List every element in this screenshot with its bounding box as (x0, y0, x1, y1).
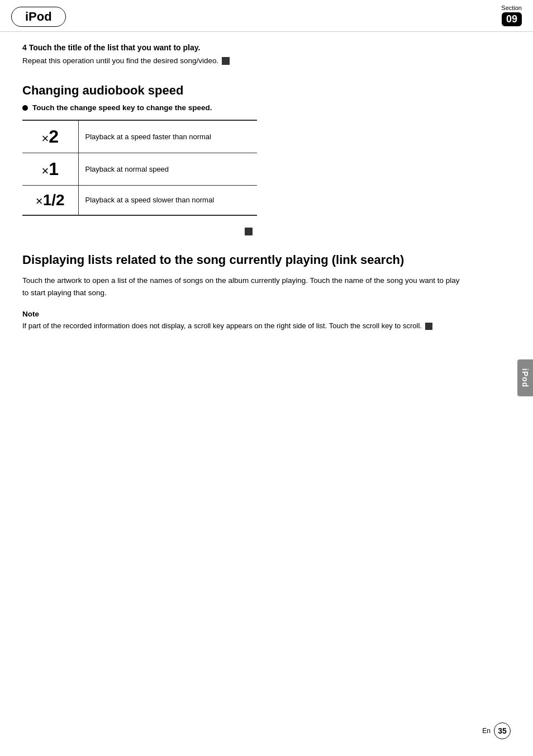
bullet-icon (22, 105, 28, 111)
table-stop-icon (245, 228, 253, 235)
page-number: 35 (494, 722, 511, 739)
speed-icon-1x: ×1 (22, 153, 78, 186)
displaying-section-heading: Displaying lists related to the song cur… (22, 252, 464, 268)
speed-row-1x: ×1 Playback at normal speed (22, 153, 257, 186)
step4-heading: 4 Touch the title of the list that you w… (22, 43, 464, 52)
section-number: 09 (502, 12, 522, 26)
main-content: 4 Touch the title of the list that you w… (0, 32, 486, 343)
step4-body: Repeat this operation until you find the… (22, 55, 464, 67)
table-footer-icon-row (22, 226, 257, 235)
audiobook-instruction: Touch the change speed key to change the… (22, 103, 464, 112)
speed-icon-half: ×1/2 (22, 186, 78, 216)
speed-icon-2x: ×2 (22, 120, 78, 153)
speed-desc-2x: Playback at a speed faster than normal (78, 120, 257, 153)
speed-row-half: ×1/2 Playback at a speed slower than nor… (22, 186, 257, 216)
en-label: En (482, 727, 491, 735)
section-label: Section (501, 4, 522, 11)
page-title: iPod (11, 7, 66, 27)
side-tab-ipod: iPod (517, 360, 533, 396)
page-header: iPod Section 09 (0, 0, 533, 32)
note-heading: Note (22, 310, 464, 318)
audiobook-section-heading: Changing audiobook speed (22, 83, 464, 98)
displaying-section-body: Touch the artwork to open a list of the … (22, 275, 464, 299)
speed-desc-1x: Playback at normal speed (78, 153, 257, 186)
stop-icon (222, 57, 230, 65)
section-label-container: Section 09 (501, 4, 522, 26)
note-body: If part of the recorded information does… (22, 320, 464, 332)
page-footer: En 35 (482, 722, 511, 739)
speed-desc-half: Playback at a speed slower than normal (78, 186, 257, 216)
speed-row-2x: ×2 Playback at a speed faster than norma… (22, 120, 257, 153)
note-stop-icon (425, 323, 432, 330)
speed-table: ×2 Playback at a speed faster than norma… (22, 120, 257, 216)
